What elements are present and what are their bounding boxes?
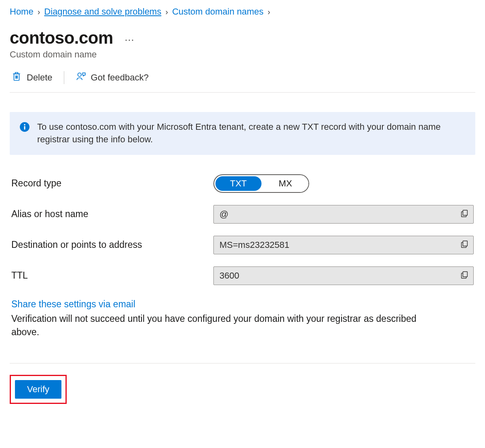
share-settings-link[interactable]: Share these settings via email — [11, 299, 135, 310]
chevron-right-icon: › — [38, 7, 40, 17]
feedback-button[interactable]: Got feedback? — [74, 70, 150, 85]
svg-point-1 — [78, 73, 81, 76]
page-subtitle: Custom domain name — [10, 49, 475, 60]
chevron-right-icon: › — [165, 7, 168, 17]
svg-rect-3 — [24, 126, 25, 130]
field-ttl: TTL — [11, 266, 474, 285]
delete-label: Delete — [27, 72, 53, 83]
record-type-label: Record type — [11, 178, 213, 189]
alias-input[interactable] — [214, 209, 455, 220]
destination-copy-button[interactable] — [455, 236, 473, 254]
copy-icon — [460, 240, 469, 250]
fields: Record type TXT MX Alias or host name — [10, 174, 475, 339]
verify-highlight: Verify — [10, 375, 67, 404]
delete-button[interactable]: Delete — [10, 70, 54, 85]
more-actions-icon[interactable]: ⋯ — [124, 35, 135, 45]
toolbar: Delete Got feedback? — [10, 70, 475, 93]
breadcrumb-custom-domain-names[interactable]: Custom domain names — [172, 6, 264, 17]
field-record-type: Record type TXT MX — [11, 174, 474, 193]
ttl-copy-button[interactable] — [455, 267, 473, 285]
feedback-label: Got feedback? — [91, 72, 149, 83]
alias-label: Alias or host name — [11, 209, 213, 220]
alias-copy-button[interactable] — [455, 205, 473, 223]
feedback-icon — [76, 71, 86, 84]
info-icon — [19, 122, 30, 132]
record-type-mx[interactable]: MX — [263, 175, 308, 192]
svg-rect-7 — [463, 272, 467, 277]
record-type-txt[interactable]: TXT — [215, 176, 261, 191]
field-alias: Alias or host name — [11, 205, 474, 224]
copy-icon — [460, 270, 469, 281]
field-destination: Destination or points to address — [11, 236, 474, 254]
destination-copy-field — [213, 236, 474, 254]
record-type-toggle: TXT MX — [213, 174, 309, 193]
verification-note: Verification will not succeed until you … — [11, 312, 440, 339]
destination-label: Destination or points to address — [11, 239, 213, 250]
svg-rect-5 — [463, 210, 467, 216]
info-banner-text: To use contoso.com with your Microsoft E… — [37, 121, 466, 146]
breadcrumb-diagnose[interactable]: Diagnose and solve problems — [44, 6, 161, 17]
verify-button[interactable]: Verify — [15, 380, 61, 399]
copy-icon — [460, 209, 469, 219]
ttl-copy-field — [213, 266, 474, 285]
page-title-row: contoso.com ⋯ — [10, 28, 475, 48]
ttl-input[interactable] — [214, 270, 455, 281]
trash-icon — [11, 71, 22, 84]
page-title: contoso.com — [10, 28, 113, 48]
footer: Verify — [10, 363, 475, 404]
info-banner: To use contoso.com with your Microsoft E… — [10, 112, 475, 155]
chevron-right-icon: › — [268, 7, 270, 17]
breadcrumb: Home › Diagnose and solve problems › Cus… — [10, 6, 475, 17]
ttl-label: TTL — [11, 270, 213, 281]
svg-point-4 — [24, 124, 25, 125]
alias-copy-field — [213, 205, 474, 224]
svg-rect-6 — [463, 241, 467, 246]
destination-input[interactable] — [214, 240, 455, 250]
toolbar-divider — [64, 71, 64, 84]
breadcrumb-home[interactable]: Home — [10, 6, 34, 17]
